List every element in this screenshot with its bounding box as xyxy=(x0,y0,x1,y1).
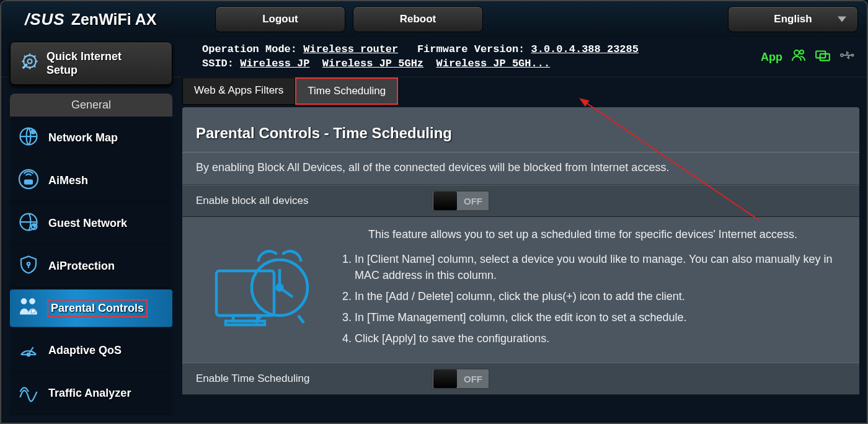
quick-setup-line1: Quick Internet xyxy=(46,50,122,63)
sidebar-section-general: General xyxy=(10,94,172,117)
svg-point-5 xyxy=(852,55,854,56)
sidebar-item-parental-controls[interactable]: Parental Controls xyxy=(10,289,172,327)
svg-point-18 xyxy=(27,353,30,356)
sidebar-item-label: AiMesh xyxy=(48,174,88,187)
sidebar-item-traffic-analyzer[interactable]: Traffic Analyzer xyxy=(10,372,172,415)
ssid-link-2[interactable]: Wireless JP 5GHz xyxy=(322,58,423,69)
sidebar-item-label: AiProtection xyxy=(48,260,115,273)
instruction-step: In [Client Name] column, select a device… xyxy=(355,251,847,283)
toggle-time-scheduling[interactable]: OFF xyxy=(432,368,490,389)
setting-block-all-devices: Enable block all devices OFF xyxy=(182,185,859,217)
users-icon[interactable] xyxy=(791,48,806,67)
language-dropdown[interactable]: English xyxy=(728,6,858,32)
gauge-icon xyxy=(16,338,41,363)
svg-point-10 xyxy=(19,170,38,188)
ssid-link-1[interactable]: Wireless JP xyxy=(240,58,309,69)
tab-web-apps-filters[interactable]: Web & Apps Filters xyxy=(182,77,295,105)
panel-title: Parental Controls - Time Scheduling xyxy=(196,125,846,142)
traffic-icon xyxy=(16,381,41,405)
op-mode-label: Operation Mode: xyxy=(202,43,297,55)
quick-setup-line2: Setup xyxy=(46,64,78,76)
toggle-state: OFF xyxy=(458,374,489,384)
language-label: English xyxy=(774,13,812,25)
svg-point-16 xyxy=(21,299,27,304)
toggle-knob xyxy=(433,192,457,210)
panel-description: By enabling Block All Devices, all of th… xyxy=(182,152,859,185)
setting-time-scheduling: Enable Time Scheduling OFF xyxy=(182,363,859,395)
svg-point-15 xyxy=(27,262,30,265)
svg-rect-20 xyxy=(216,271,274,316)
family-icon xyxy=(16,296,41,320)
instruction-list: In [Client Name] column, select a device… xyxy=(337,251,847,347)
sidebar-item-adaptive-qos[interactable]: Adaptive QoS xyxy=(10,329,172,372)
svg-point-1 xyxy=(800,50,804,54)
svg-point-4 xyxy=(841,54,843,56)
app-link[interactable]: App xyxy=(761,51,782,64)
schedule-illustration-icon xyxy=(207,228,319,351)
svg-rect-22 xyxy=(226,321,265,325)
sidebar-item-label: Parental Controls xyxy=(48,301,146,316)
ssid-link-3[interactable]: Wireless JP 5GH... xyxy=(436,58,550,69)
toggle-knob xyxy=(433,369,457,388)
reboot-button[interactable]: Reboot xyxy=(353,6,483,32)
product-name: ZenWiFi AX xyxy=(71,11,157,29)
toggle-block-all-devices[interactable]: OFF xyxy=(432,190,490,211)
op-mode-link[interactable]: Wireless router xyxy=(303,43,398,55)
guest-network-icon xyxy=(16,211,41,236)
tab-time-scheduling[interactable]: Time Scheduling xyxy=(295,77,398,105)
svg-point-17 xyxy=(30,299,35,304)
globe-icon xyxy=(16,125,41,150)
gear-icon xyxy=(19,51,40,76)
sidebar-item-aimesh[interactable]: AiMesh xyxy=(10,159,172,202)
svg-point-9 xyxy=(32,130,35,134)
shield-icon xyxy=(16,254,41,278)
chevron-down-icon xyxy=(838,17,846,22)
svg-point-7 xyxy=(27,59,32,63)
feature-intro: This feature allows you to set up a sche… xyxy=(337,228,847,241)
toggle-state: OFF xyxy=(458,196,489,206)
instruction-step: Click [Apply] to save the configurations… xyxy=(355,330,847,347)
quick-internet-setup-button[interactable]: Quick Internet Setup xyxy=(10,42,172,85)
instruction-step: In [Time Management] column, click the e… xyxy=(355,309,847,325)
usb-icon[interactable] xyxy=(839,48,854,67)
svg-rect-11 xyxy=(25,180,32,184)
network-icon[interactable] xyxy=(815,47,831,68)
sidebar-item-aiprotection[interactable]: AiProtection xyxy=(10,245,172,288)
router-icon xyxy=(16,168,41,193)
fw-label: Firmware Version: xyxy=(417,43,525,55)
ssid-label: SSID: xyxy=(202,58,234,69)
sidebar-item-network-map[interactable]: Network Map xyxy=(10,117,172,159)
sidebar-item-label: Guest Network xyxy=(48,217,127,230)
setting-label: Enable Time Scheduling xyxy=(196,373,432,385)
fw-version-link[interactable]: 3.0.0.4.388_23285 xyxy=(531,43,639,55)
brand-logo: /SUS xyxy=(6,10,65,29)
sidebar-item-label: Traffic Analyzer xyxy=(48,387,131,400)
sidebar-item-guest-network[interactable]: Guest Network xyxy=(10,202,172,245)
setting-label: Enable block all devices xyxy=(196,195,432,207)
svg-point-14 xyxy=(33,224,35,226)
sidebar-item-label: Adaptive QoS xyxy=(48,344,122,357)
instruction-step: In the [Add / Delete] column, click the … xyxy=(355,288,847,304)
svg-point-0 xyxy=(794,50,799,55)
sidebar-item-label: Network Map xyxy=(48,131,118,144)
logout-button[interactable]: Logout xyxy=(215,6,345,32)
